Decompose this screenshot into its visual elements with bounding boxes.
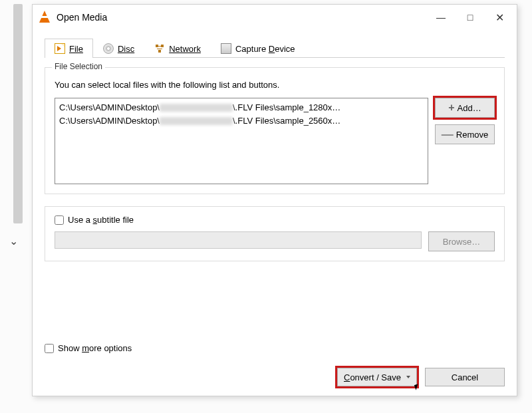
- vlc-cone-icon: [38, 11, 51, 24]
- show-more-options-checkbox[interactable]: Show more options: [45, 343, 505, 353]
- tab-disc[interactable]: Disc: [93, 39, 144, 58]
- browse-button: Browse…: [428, 231, 495, 251]
- titlebar: Open Media — □ ✕: [33, 5, 517, 30]
- use-subtitle-checkbox[interactable]: Use a subtitle file: [55, 215, 495, 225]
- tabstrip: File Disc Network Capture Device: [45, 38, 505, 58]
- list-item[interactable]: C:\Users\ADMIN\Desktop\\.FLV Files\sampl…: [59, 101, 424, 114]
- subtitle-group: Use a subtitle file Browse…: [45, 206, 505, 261]
- file-selection-legend: File Selection: [52, 62, 105, 71]
- tab-network[interactable]: Network: [144, 39, 211, 58]
- dropdown-arrow-icon: [406, 376, 410, 378]
- list-item[interactable]: C:\Users\ADMIN\Desktop\\.FLV Files\sampl…: [59, 114, 424, 128]
- capture-icon: [221, 43, 231, 54]
- add-button[interactable]: + Add…: [435, 98, 495, 118]
- redacted-text: [160, 117, 233, 125]
- file-selection-hint: You can select local files with the foll…: [55, 80, 495, 90]
- redacted-text: [160, 104, 233, 112]
- page-scrollbar[interactable]: [13, 4, 23, 223]
- convert-save-button[interactable]: Convert / Save: [337, 368, 417, 386]
- tab-network-label: Network: [169, 44, 201, 54]
- close-button[interactable]: ✕: [485, 7, 514, 27]
- file-listbox[interactable]: C:\Users\ADMIN\Desktop\\.FLV Files\sampl…: [55, 98, 428, 184]
- tab-file[interactable]: File: [45, 39, 93, 58]
- remove-button[interactable]: — Remove: [435, 124, 495, 144]
- chevron-down-icon: ⌄: [9, 235, 18, 247]
- remove-button-label: Remove: [456, 130, 488, 140]
- browse-button-label: Browse…: [443, 237, 480, 247]
- file-icon: [55, 43, 65, 54]
- add-button-label: Add…: [458, 103, 481, 113]
- cursor-icon: [414, 384, 420, 390]
- use-subtitle-input[interactable]: [55, 215, 64, 225]
- cancel-button-label: Cancel: [452, 372, 478, 382]
- open-media-dialog: Open Media — □ ✕ File Disc Network: [32, 4, 517, 396]
- disc-icon: [103, 43, 114, 54]
- plus-icon: +: [448, 102, 454, 113]
- tab-capture-device[interactable]: Capture Device: [211, 39, 305, 58]
- tab-disc-label: Disc: [118, 44, 134, 54]
- tab-file-label: File: [69, 44, 83, 54]
- minimize-button[interactable]: —: [426, 7, 456, 27]
- window-title: Open Media: [57, 12, 426, 23]
- show-more-options-input[interactable]: [45, 344, 54, 353]
- maximize-button[interactable]: □: [456, 7, 485, 27]
- network-icon: [154, 43, 165, 54]
- minus-icon: —: [442, 128, 454, 140]
- file-selection-group: File Selection You can select local file…: [45, 67, 505, 194]
- cancel-button[interactable]: Cancel: [425, 368, 505, 386]
- subtitle-path-input: [55, 231, 422, 249]
